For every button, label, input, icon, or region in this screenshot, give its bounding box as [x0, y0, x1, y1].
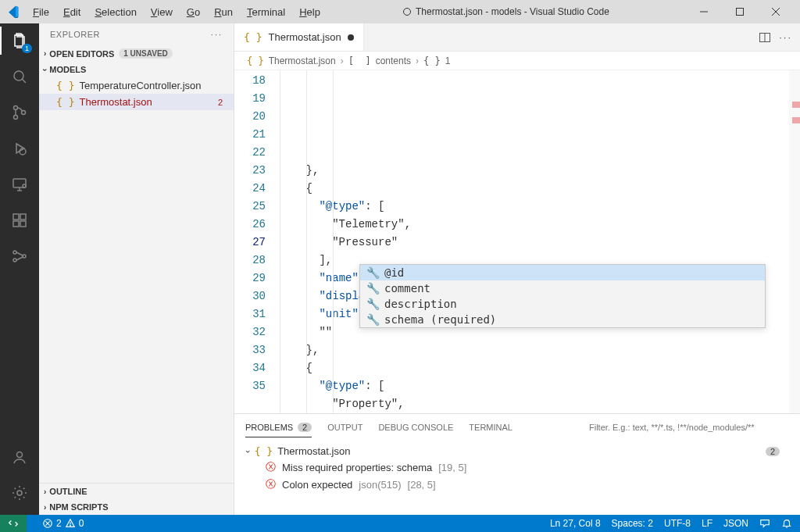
- bracket-icon: [ ]: [348, 55, 371, 66]
- activity-iot[interactable]: [9, 245, 30, 267]
- suggest-widget[interactable]: 🔧@id🔧comment🔧description🔧schema (require…: [359, 264, 766, 328]
- section-folder[interactable]: › MODELS: [39, 62, 234, 77]
- svg-point-7: [14, 116, 18, 120]
- problem-item[interactable]: ⓧMiss required properties: schema [19, 5…: [242, 459, 792, 476]
- error-icon: ⓧ: [266, 460, 276, 474]
- menu-help[interactable]: Help: [293, 3, 327, 21]
- status-language[interactable]: JSON: [723, 518, 748, 529]
- breadcrumb-file: Thermostat.json: [269, 55, 336, 66]
- menu-terminal[interactable]: Terminal: [241, 3, 291, 21]
- problems-file-name: Thermostat.json: [277, 445, 350, 457]
- menu-run[interactable]: Run: [208, 3, 239, 21]
- menu-go[interactable]: Go: [180, 3, 206, 21]
- activity-bar: 1: [0, 23, 39, 515]
- suggest-item[interactable]: 🔧@id: [360, 265, 765, 280]
- activity-debug[interactable]: [9, 137, 30, 159]
- suggest-item[interactable]: 🔧description: [360, 296, 765, 312]
- svg-point-24: [17, 452, 23, 458]
- status-warning-count: 0: [79, 518, 84, 529]
- tabs-row: { } Thermostat.json ···: [234, 23, 800, 52]
- problem-item[interactable]: ⓧColon expected json(515) [28, 5]: [242, 476, 792, 493]
- problem-location: [28, 5]: [408, 479, 436, 491]
- svg-point-6: [14, 106, 18, 110]
- npm-label: NPM SCRIPTS: [49, 502, 108, 512]
- remote-indicator[interactable]: [0, 515, 27, 532]
- titlebar: File Edit Selection View Go Run Terminal…: [0, 0, 800, 23]
- svg-rect-16: [13, 221, 19, 227]
- status-position[interactable]: Ln 27, Col 8: [550, 518, 601, 529]
- problems-count: 2: [298, 423, 312, 432]
- editor-area[interactable]: 181920212223242526272829303132333435 }, …: [234, 70, 800, 413]
- section-outline[interactable]: › OUTLINE: [39, 484, 234, 499]
- menu-bar: File Edit Selection View Go Run Terminal…: [27, 3, 327, 21]
- json-file-icon: { }: [56, 96, 74, 108]
- problem-location: [19, 5]: [438, 462, 466, 473]
- maximize-button[interactable]: [722, 0, 758, 23]
- panel-tab-debug[interactable]: DEBUG CONSOLE: [378, 423, 453, 432]
- minimap[interactable]: [789, 70, 800, 413]
- wrench-icon: 🔧: [366, 266, 380, 279]
- status-eol[interactable]: LF: [702, 518, 712, 529]
- status-problems[interactable]: 2 0: [42, 518, 84, 529]
- close-button[interactable]: [758, 0, 794, 23]
- activity-settings[interactable]: [9, 482, 30, 504]
- tab-dirty-icon: [348, 34, 354, 41]
- section-npm-scripts[interactable]: › NPM SCRIPTS: [39, 499, 234, 515]
- problems-filter-input[interactable]: [586, 421, 789, 434]
- status-bell-icon[interactable]: [781, 518, 792, 529]
- panel-tab-terminal[interactable]: TERMINAL: [469, 423, 512, 432]
- error-icon: ⓧ: [266, 477, 276, 491]
- suggest-label: @id: [384, 266, 404, 279]
- status-encoding[interactable]: UTF-8: [664, 518, 691, 529]
- menu-selection[interactable]: Selection: [88, 3, 142, 21]
- minimize-button[interactable]: [686, 0, 722, 23]
- split-editor-icon[interactable]: [759, 31, 771, 44]
- problems-label: PROBLEMS: [245, 423, 293, 432]
- breadcrumb[interactable]: { } Thermostat.json › [ ] contents › { }…: [234, 52, 800, 70]
- window-controls: [686, 0, 794, 23]
- status-feedback-icon[interactable]: [759, 518, 770, 529]
- svg-line-22: [16, 252, 23, 255]
- chevron-down-icon: ›: [41, 68, 49, 70]
- activity-search[interactable]: [9, 66, 30, 87]
- svg-point-8: [22, 111, 26, 115]
- menu-edit[interactable]: Edit: [57, 3, 87, 21]
- chevron-right-icon: ›: [44, 487, 46, 496]
- activity-account[interactable]: [9, 446, 30, 468]
- activity-extensions[interactable]: [9, 209, 30, 231]
- svg-point-4: [14, 71, 23, 80]
- folder-label: MODELS: [49, 65, 86, 74]
- activity-scm[interactable]: [9, 102, 30, 123]
- status-spaces[interactable]: Spaces: 2: [612, 518, 653, 529]
- wrench-icon: 🔧: [366, 313, 380, 326]
- breadcrumb-seg2: 1: [445, 55, 451, 66]
- sidebar-more-icon[interactable]: ···: [211, 30, 223, 39]
- file-item[interactable]: { }TemperatureController.json: [39, 77, 234, 94]
- panel-tab-output[interactable]: OUTPUT: [327, 423, 362, 432]
- panel-tab-problems[interactable]: PROBLEMS 2: [245, 423, 312, 437]
- panel-tabs: PROBLEMS 2 OUTPUT DEBUG CONSOLE TERMINAL: [234, 414, 800, 441]
- file-item[interactable]: { }Thermostat.json2: [39, 94, 234, 110]
- activity-remote[interactable]: [9, 173, 30, 195]
- code-content[interactable]: }, { "@type": [ "Telemetry", "Pressure" …: [280, 70, 800, 413]
- suggest-item[interactable]: 🔧schema (required): [360, 312, 765, 327]
- svg-point-25: [17, 491, 22, 495]
- suggest-item[interactable]: 🔧comment: [360, 280, 765, 296]
- tab-more-icon[interactable]: ···: [779, 31, 792, 43]
- svg-rect-18: [20, 214, 26, 220]
- svg-rect-17: [20, 221, 26, 227]
- open-editors-label: OPEN EDITORS: [49, 49, 114, 59]
- section-open-editors[interactable]: › OPEN EDITORS 1 UNSAVED: [39, 45, 234, 62]
- problems-file-row[interactable]: › { } Thermostat.json 2: [242, 444, 792, 459]
- window-title: Thermostat.json - models - Visual Studio…: [327, 6, 686, 17]
- suggest-label: description: [384, 298, 457, 310]
- svg-point-32: [70, 525, 70, 526]
- tab-thermostat[interactable]: { } Thermostat.json: [234, 23, 364, 51]
- file-name: TemperatureController.json: [79, 80, 201, 91]
- chevron-right-icon: ›: [44, 503, 46, 512]
- menu-view[interactable]: View: [145, 3, 179, 21]
- activity-explorer[interactable]: 1: [9, 30, 30, 52]
- dirty-indicator-icon: [403, 8, 411, 16]
- menu-file[interactable]: File: [27, 3, 55, 21]
- problems-body: › { } Thermostat.json 2 ⓧMiss required p…: [234, 441, 800, 515]
